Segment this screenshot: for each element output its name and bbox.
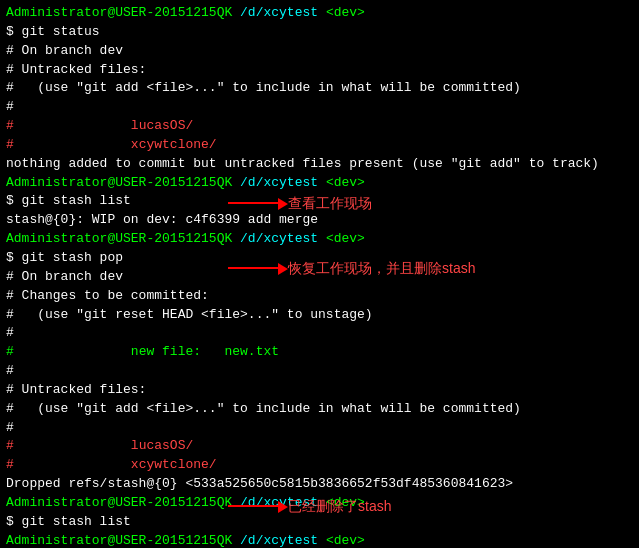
terminal-line: $ git stash list xyxy=(6,513,633,532)
terminal-line: # (use "git add <file>..." to include in… xyxy=(6,79,633,98)
terminal-line: # xcywtclone/ xyxy=(6,136,633,155)
terminal-line: # Untracked files: xyxy=(6,381,633,400)
terminal-line: stash@{0}: WIP on dev: c4f6399 add merge xyxy=(6,211,633,230)
terminal-line: Dropped refs/stash@{0} <533a525650c5815b… xyxy=(6,475,633,494)
terminal-line: Administrator@USER-20151215QK /d/xcytest… xyxy=(6,4,633,23)
terminal-line: # Changes to be committed: xyxy=(6,287,633,306)
terminal-line: # On branch dev xyxy=(6,42,633,61)
terminal-line: # (use "git reset HEAD <file>..." to uns… xyxy=(6,306,633,325)
terminal-line: $ git stash list xyxy=(6,192,633,211)
terminal-line: # (use "git add <file>..." to include in… xyxy=(6,400,633,419)
terminal-line: # xyxy=(6,362,633,381)
terminal-line: # xyxy=(6,324,633,343)
terminal-line: # lucasOS/ xyxy=(6,117,633,136)
terminal-line: # xcywtclone/ xyxy=(6,456,633,475)
terminal-line: Administrator@USER-20151215QK /d/xcytest… xyxy=(6,494,633,513)
terminal-line: # new file: new.txt xyxy=(6,343,633,362)
terminal-line: $ git stash pop xyxy=(6,249,633,268)
terminal-line: # xyxy=(6,419,633,438)
terminal-line: # xyxy=(6,98,633,117)
terminal-line: Administrator@USER-20151215QK /d/xcytest… xyxy=(6,174,633,193)
terminal-line: # On branch dev xyxy=(6,268,633,287)
terminal-line: # Untracked files: xyxy=(6,61,633,80)
terminal-line: # lucasOS/ xyxy=(6,437,633,456)
terminal: Administrator@USER-20151215QK /d/xcytest… xyxy=(0,0,639,548)
terminal-line: $ git status xyxy=(6,23,633,42)
terminal-line: nothing added to commit but untracked fi… xyxy=(6,155,633,174)
terminal-line: Administrator@USER-20151215QK /d/xcytest… xyxy=(6,532,633,548)
terminal-line: Administrator@USER-20151215QK /d/xcytest… xyxy=(6,230,633,249)
